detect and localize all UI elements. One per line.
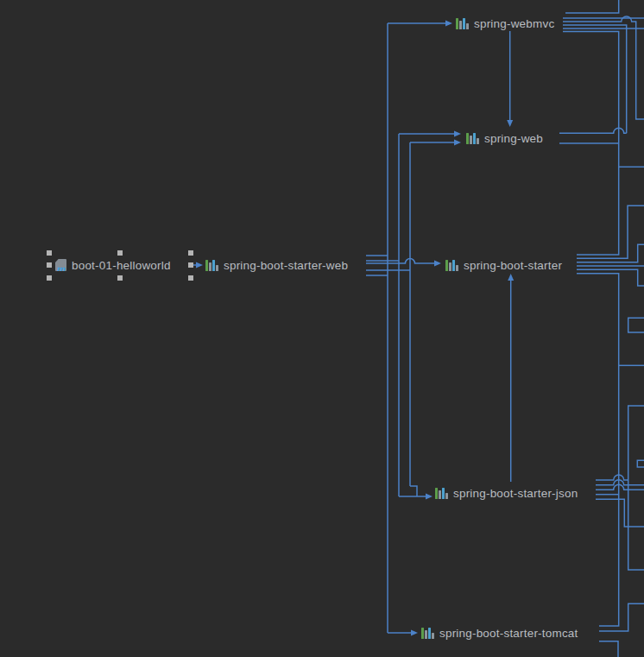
arrowhead-to-json bbox=[426, 494, 432, 500]
edge-r13 bbox=[577, 269, 644, 286]
arrowhead-to-web-1 bbox=[454, 131, 461, 137]
edge-r10 bbox=[577, 205, 644, 258]
node-spring-boot-starter-tomcat[interactable]: spring-boot-starter-tomcat bbox=[421, 623, 578, 642]
edge-r18 bbox=[637, 460, 644, 467]
selection-handle-top-left[interactable] bbox=[47, 250, 52, 256]
edge-r7 bbox=[559, 128, 627, 133]
edge-r4 bbox=[563, 25, 627, 133]
selection-handle-bottom-mid[interactable] bbox=[117, 275, 123, 281]
library-icon bbox=[445, 259, 458, 271]
edge-r25 bbox=[599, 641, 618, 657]
maven-module-icon: m bbox=[55, 259, 66, 271]
node-label: spring-boot-starter-web bbox=[224, 259, 348, 272]
arrowhead-to-web-2 bbox=[454, 140, 461, 146]
arrowhead-json-starter bbox=[508, 274, 514, 281]
edge-r16 bbox=[628, 318, 644, 332]
library-icon bbox=[435, 487, 448, 499]
node-spring-web[interactable]: spring-web bbox=[466, 129, 543, 148]
node-label: spring-boot-starter bbox=[464, 259, 562, 272]
dependency-diagram-canvas[interactable]: m boot-01-helloworld spring-boot-starter… bbox=[0, 0, 644, 657]
library-icon bbox=[456, 17, 469, 29]
node-label: spring-boot-starter-json bbox=[453, 487, 578, 500]
edge-r23 bbox=[596, 499, 644, 527]
selection-handle-bottom-left[interactable] bbox=[47, 275, 52, 281]
edge-r24 bbox=[599, 603, 644, 631]
node-boot-01-helloworld[interactable]: m boot-01-helloworld bbox=[55, 256, 171, 275]
arrowhead-to-starterweb bbox=[196, 262, 203, 268]
node-label: spring-boot-starter-tomcat bbox=[439, 627, 578, 640]
arrowhead-webmvc-web bbox=[507, 120, 513, 127]
arrowhead-to-starter bbox=[434, 261, 441, 267]
arrowhead-to-tomcat bbox=[411, 630, 418, 636]
edge-r1 bbox=[565, 0, 619, 13]
node-label: boot-01-helloworld bbox=[72, 259, 171, 272]
arrowhead-to-webmvc bbox=[445, 21, 452, 27]
edge-r17 bbox=[628, 406, 644, 570]
library-icon bbox=[421, 627, 434, 639]
selection-handle-top-right[interactable] bbox=[188, 250, 193, 256]
node-label: spring-webmvc bbox=[474, 17, 554, 30]
node-spring-boot-starter-json[interactable]: spring-boot-starter-json bbox=[435, 483, 578, 502]
library-icon bbox=[205, 259, 218, 271]
edge-r14 bbox=[577, 274, 619, 626]
library-icon bbox=[466, 132, 479, 144]
node-spring-boot-starter-web[interactable]: spring-boot-starter-web bbox=[205, 256, 348, 275]
edge-r11 bbox=[577, 244, 644, 262]
edge-json-stub bbox=[410, 486, 417, 496]
edge-layer bbox=[0, 0, 644, 657]
selection-handle-mid-left[interactable] bbox=[47, 262, 52, 268]
node-spring-boot-starter[interactable]: spring-boot-starter bbox=[445, 256, 562, 275]
node-label: spring-web bbox=[484, 132, 543, 145]
selection-handle-bottom-right[interactable] bbox=[188, 275, 193, 281]
selection-handle-mid-right[interactable] bbox=[188, 262, 193, 268]
node-spring-webmvc[interactable]: spring-webmvc bbox=[456, 14, 554, 33]
edge-r19 bbox=[596, 475, 628, 480]
